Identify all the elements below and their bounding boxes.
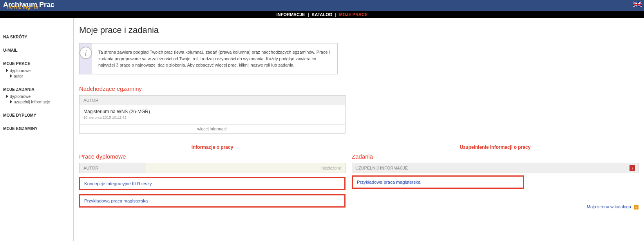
exam-date: 10 sierpnia 2015 10:12:42 bbox=[83, 115, 341, 119]
top-nav: INFORMACJE | KATALOG | MOJE PRACE bbox=[0, 11, 644, 18]
sidebar-item-label: autor bbox=[14, 74, 23, 78]
exams-panel-head: AUTOR bbox=[80, 96, 345, 105]
main-content: Moje prace i zadania i Ta strona zawiera… bbox=[74, 18, 644, 241]
nav-informacje[interactable]: INFORMACJE bbox=[277, 12, 305, 17]
author-label: AUTOR bbox=[80, 163, 146, 173]
sidebar-item-label: dyplomowe bbox=[10, 94, 31, 99]
uk-flag-icon[interactable] bbox=[633, 2, 642, 7]
sidebar-moje-dyplomy[interactable]: MOJE DYPLOMY bbox=[3, 113, 70, 117]
task-row: Przykładowa praca magisterska bbox=[352, 175, 524, 189]
thesis-row: Przykładowa praca magisterska bbox=[79, 194, 346, 208]
logo-subtitle: lic inż mgr dr bbox=[0, 4, 39, 10]
thesis-row: Koncepcje integracyjne III Rzeszy bbox=[79, 177, 346, 190]
info-square-icon[interactable]: i bbox=[630, 165, 635, 171]
exams-heading: Nadchodzące egzaminy bbox=[79, 85, 639, 92]
footer-link-label: Moja strona w katalogu bbox=[587, 204, 631, 209]
annotation-left: Informacje o pracy bbox=[79, 144, 346, 150]
arrow-right-icon: → bbox=[634, 205, 639, 209]
thesis-link-2[interactable]: Przykładowa praca magisterska bbox=[84, 199, 148, 203]
footer-link-wrap: Moja strona w katalogu → bbox=[352, 204, 639, 209]
nav-separator: | bbox=[308, 12, 309, 17]
header-bar: Archiwum Prac bbox=[0, 0, 644, 11]
info-icon-cell: i bbox=[80, 43, 92, 74]
nav-katalog[interactable]: KATALOG bbox=[312, 12, 333, 17]
exam-title: Magisterium na WNS (26-MGR) bbox=[83, 109, 341, 114]
status-label: niezłożone bbox=[146, 163, 345, 173]
nav-moje-prace[interactable]: MOJE PRACE bbox=[339, 12, 368, 17]
triangle-icon bbox=[6, 69, 8, 72]
tasks-panel-head: UZUPEŁNIJ INFORMACJE i bbox=[352, 163, 639, 173]
sidebar-item-label: uzupełnij informacje bbox=[14, 99, 50, 104]
tasks-heading: Zadania bbox=[352, 153, 639, 160]
theses-list-header: AUTOR niezłożone bbox=[79, 163, 346, 173]
sidebar-item-autor[interactable]: autor bbox=[10, 74, 70, 78]
info-box: i Ta strona zawiera podgląd Twoich prac … bbox=[79, 43, 338, 74]
sidebar-umail[interactable]: U-MAIL bbox=[3, 48, 70, 52]
sidebar-item-dyplomowe[interactable]: dyplomowe bbox=[6, 68, 70, 73]
annotation-right: Uzupełnienie informacji o pracy bbox=[352, 144, 639, 150]
page-title: Moje prace i zadania bbox=[79, 25, 639, 35]
task-link-1[interactable]: Przykładowa praca magisterska bbox=[357, 180, 420, 184]
sidebar-moje-prace[interactable]: MOJE PRACE bbox=[3, 61, 70, 66]
sidebar-item-label: dyplomowe bbox=[10, 68, 31, 73]
sidebar-item-uzupelnij[interactable]: uzupełnij informacje bbox=[10, 99, 70, 104]
exams-panel: AUTOR Magisterium na WNS (26-MGR) 10 sie… bbox=[79, 95, 346, 134]
sidebar-shortcuts-title: NA SKRÓTY bbox=[3, 34, 70, 39]
triangle-icon bbox=[10, 74, 12, 78]
info-text: Ta strona zawiera podgląd Twoich prac (l… bbox=[92, 43, 337, 74]
nav-separator: | bbox=[335, 12, 336, 17]
sidebar-moje-egzaminy[interactable]: MOJE EGZAMINY bbox=[3, 126, 70, 131]
triangle-icon bbox=[10, 100, 12, 103]
more-info-link[interactable]: więcej informacji bbox=[80, 124, 345, 133]
tasks-panel-head-label: UZUPEŁNIJ INFORMACJE bbox=[355, 166, 408, 170]
catalog-page-link[interactable]: Moja strona w katalogu bbox=[587, 204, 631, 209]
thesis-link-1[interactable]: Koncepcje integracyjne III Rzeszy bbox=[84, 181, 152, 186]
triangle-icon bbox=[6, 95, 8, 98]
sidebar-item-dyplomowe-2[interactable]: dyplomowe bbox=[6, 94, 70, 99]
info-icon: i bbox=[80, 47, 92, 59]
sidebar: NA SKRÓTY U-MAIL MOJE PRACE dyplomowe au… bbox=[0, 18, 74, 241]
sidebar-moje-zadania[interactable]: MOJE ZADANIA bbox=[3, 87, 70, 92]
theses-heading: Prace dyplomowe bbox=[79, 153, 346, 160]
